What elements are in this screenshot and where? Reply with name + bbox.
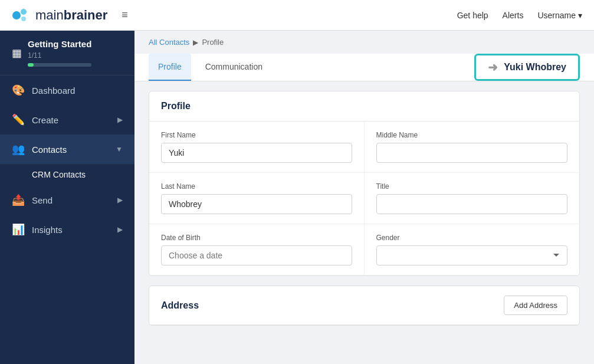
tab-bar: Profile Communication ➜ Yuki Whobrey xyxy=(134,54,594,81)
sidebar-item-label-contacts: Contacts xyxy=(32,145,109,155)
create-icon: ✏️ xyxy=(12,113,25,126)
send-icon: 📤 xyxy=(12,194,25,206)
breadcrumb: All Contacts ▶ Profile xyxy=(134,31,594,54)
label-dob: Date of Birth xyxy=(161,234,352,242)
chevron-right-icon: ▶ xyxy=(117,116,123,124)
progress-bar-bg xyxy=(28,63,91,67)
get-help-link[interactable]: Get help xyxy=(457,11,488,20)
field-last-name: Last Name xyxy=(149,173,365,224)
input-dob[interactable] xyxy=(161,245,352,265)
main-layout: ▦ Getting Started 1/11 🎨 Dashboard ✏️ Cr… xyxy=(0,31,594,364)
logo-main: main xyxy=(35,8,64,22)
sidebar-item-label-dashboard: Dashboard xyxy=(32,86,123,96)
field-first-name: First Name xyxy=(149,122,365,173)
sidebar-item-contacts[interactable]: 👥 Contacts ▼ xyxy=(0,135,134,164)
input-last-name[interactable] xyxy=(161,194,352,214)
getting-started-title: Getting Started xyxy=(28,39,91,49)
label-middle-name: Middle Name xyxy=(376,131,568,139)
input-first-name[interactable] xyxy=(161,143,352,163)
sidebar-item-label-insights: Insights xyxy=(32,225,110,235)
sidebar-item-insights[interactable]: 📊 Insights ▶ xyxy=(0,215,134,244)
sidebar-item-label-send: Send xyxy=(32,195,110,205)
chevron-right-icon-send: ▶ xyxy=(117,196,123,204)
input-middle-name[interactable] xyxy=(376,143,568,163)
logo-text: mainbrainer xyxy=(35,8,107,23)
svg-point-2 xyxy=(21,17,26,21)
label-last-name: Last Name xyxy=(161,182,352,191)
chevron-down-icon: ▼ xyxy=(116,145,123,153)
top-navigation: mainbrainer ≡ Get help Alerts Username ▾ xyxy=(0,0,594,31)
profile-section-title: Profile xyxy=(149,91,579,122)
label-title: Title xyxy=(376,182,568,191)
username-button[interactable]: Username ▾ xyxy=(537,11,582,20)
input-title[interactable] xyxy=(376,194,568,214)
field-gender: Gender Male Female Other xyxy=(365,224,580,276)
label-first-name: First Name xyxy=(161,131,352,139)
sidebar-item-create[interactable]: ✏️ Create ▶ xyxy=(0,105,134,135)
contacts-icon: 👥 xyxy=(12,143,25,156)
breadcrumb-all-contacts[interactable]: All Contacts xyxy=(149,38,189,47)
getting-started-section: ▦ Getting Started 1/11 xyxy=(0,31,134,76)
field-title: Title xyxy=(365,173,580,224)
field-middle-name: Middle Name xyxy=(365,122,580,173)
app-logo: mainbrainer ≡ xyxy=(12,6,128,25)
breadcrumb-arrow: ▶ xyxy=(193,38,198,47)
select-gender[interactable]: Male Female Other xyxy=(376,245,568,265)
address-header: Address Add Address xyxy=(149,286,579,325)
sidebar-item-label-create: Create xyxy=(32,115,110,125)
breadcrumb-current: Profile xyxy=(202,38,224,47)
getting-started-icon: ▦ xyxy=(12,47,22,60)
insights-icon: 📊 xyxy=(12,223,25,236)
profile-section: Profile First Name Middle Name Last Name xyxy=(149,91,580,276)
address-section: Address Add Address xyxy=(149,286,580,326)
add-address-button[interactable]: Add Address xyxy=(504,296,567,315)
topnav-right: Get help Alerts Username ▾ xyxy=(457,11,582,20)
logo-brainer: brainer xyxy=(64,8,108,22)
chevron-right-icon-insights: ▶ xyxy=(117,225,123,234)
tab-communication[interactable]: Communication xyxy=(196,54,272,81)
contact-name-text: Yuki Whobrey xyxy=(504,62,566,73)
hamburger-icon[interactable]: ≡ xyxy=(122,9,128,21)
dashboard-icon: 🎨 xyxy=(12,84,25,97)
sidebar-item-send[interactable]: 📤 Send ▶ xyxy=(0,185,134,215)
label-gender: Gender xyxy=(376,234,568,242)
sidebar: ▦ Getting Started 1/11 🎨 Dashboard ✏️ Cr… xyxy=(0,31,134,364)
profile-form-grid: First Name Middle Name Last Name Title xyxy=(149,122,579,276)
contact-name-badge: ➜ Yuki Whobrey xyxy=(474,54,580,81)
progress-label: 1/11 xyxy=(28,51,91,60)
svg-point-1 xyxy=(21,9,27,15)
content-area: All Contacts ▶ Profile Profile Communica… xyxy=(134,31,594,364)
field-dob: Date of Birth xyxy=(149,224,365,276)
sidebar-item-dashboard[interactable]: 🎨 Dashboard xyxy=(0,76,134,105)
address-title: Address xyxy=(161,300,199,311)
alerts-link[interactable]: Alerts xyxy=(503,11,524,20)
logo-icon xyxy=(12,6,31,25)
svg-point-0 xyxy=(12,11,21,19)
progress-bar-fill xyxy=(28,63,34,67)
tab-profile[interactable]: Profile xyxy=(149,54,191,81)
sidebar-subitem-crm-contacts[interactable]: CRM Contacts xyxy=(0,164,134,185)
arrow-right-icon: ➜ xyxy=(488,60,498,74)
